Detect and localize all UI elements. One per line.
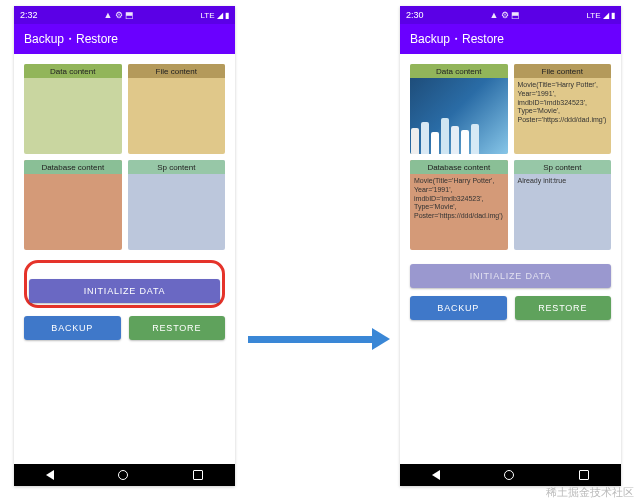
card-file-content: File content — [128, 64, 226, 154]
restore-button[interactable]: RESTORE — [129, 316, 226, 340]
backup-button[interactable]: BACKUP — [24, 316, 121, 340]
sp-content-text: Already init:true — [514, 174, 612, 250]
transition-arrow — [248, 328, 390, 350]
backup-button[interactable]: BACKUP — [410, 296, 507, 320]
highlight-ring: INITIALIZE DATA — [24, 260, 225, 308]
card-database-content: Database content — [24, 160, 122, 250]
status-icons: ▲ ⚙ ⬒ — [104, 10, 135, 20]
nav-back-icon[interactable] — [46, 470, 54, 480]
card-header: Database content — [24, 160, 122, 174]
card-file-content: File content Movie(Title='Harry Potter',… — [514, 64, 612, 154]
app-title: Backup・Restore — [24, 31, 118, 48]
nav-back-icon[interactable] — [432, 470, 440, 480]
watermark-text: 稀土掘金技术社区 — [546, 485, 634, 500]
file-content-text: Movie(Title='Harry Potter', Year='1991',… — [514, 78, 612, 154]
status-time: 2:32 — [20, 10, 38, 20]
card-sp-content: Sp content — [128, 160, 226, 250]
card-data-content: Data content — [24, 64, 122, 154]
android-nav-bar — [14, 464, 235, 486]
app-bar: Backup・Restore — [400, 24, 621, 54]
phone-before: 2:32 ▲ ⚙ ⬒ LTE ◢ ▮ Backup・Restore Data c… — [14, 6, 235, 486]
nav-home-icon[interactable] — [118, 470, 128, 480]
nav-recent-icon[interactable] — [193, 470, 203, 480]
nav-home-icon[interactable] — [504, 470, 514, 480]
card-header: File content — [514, 64, 612, 78]
card-header: Data content — [410, 64, 508, 78]
card-data-content: Data content — [410, 64, 508, 154]
nav-recent-icon[interactable] — [579, 470, 589, 480]
card-sp-content: Sp content Already init:true — [514, 160, 612, 250]
status-bar: 2:32 ▲ ⚙ ⬒ LTE ◢ ▮ — [14, 6, 235, 24]
status-net: LTE ◢ ▮ — [200, 11, 229, 20]
initialize-data-button: INITIALIZE DATA — [410, 264, 611, 288]
movie-poster-image — [410, 78, 508, 154]
status-time: 2:30 — [406, 10, 424, 20]
status-bar: 2:30 ▲ ⚙ ⬒ LTE ◢ ▮ — [400, 6, 621, 24]
android-nav-bar — [400, 464, 621, 486]
card-header: Sp content — [128, 160, 226, 174]
status-net: LTE ◢ ▮ — [586, 11, 615, 20]
app-bar: Backup・Restore — [14, 24, 235, 54]
restore-button[interactable]: RESTORE — [515, 296, 612, 320]
status-icons: ▲ ⚙ ⬒ — [490, 10, 521, 20]
card-database-content: Database content Movie(Title='Harry Pott… — [410, 160, 508, 250]
card-header: File content — [128, 64, 226, 78]
db-content-text: Movie(Title='Harry Potter', Year='1991',… — [410, 174, 508, 250]
initialize-data-button[interactable]: INITIALIZE DATA — [29, 279, 220, 303]
card-header: Database content — [410, 160, 508, 174]
phone-after: 2:30 ▲ ⚙ ⬒ LTE ◢ ▮ Backup・Restore Data c… — [400, 6, 621, 486]
card-header: Data content — [24, 64, 122, 78]
app-title: Backup・Restore — [410, 31, 504, 48]
card-header: Sp content — [514, 160, 612, 174]
